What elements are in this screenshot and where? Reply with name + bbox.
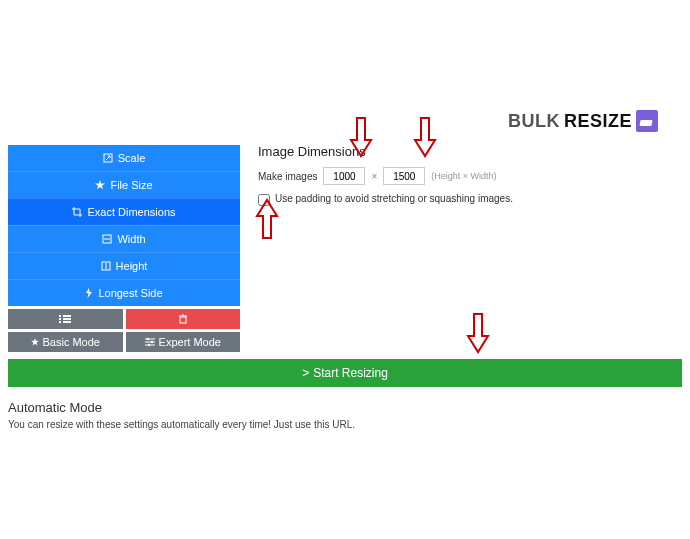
padding-row: Use padding to avoid stretching or squas… bbox=[258, 193, 680, 206]
svg-rect-5 bbox=[59, 318, 61, 320]
svg-point-10 bbox=[146, 338, 148, 340]
chevron-right-icon: > bbox=[302, 366, 309, 380]
trash-icon bbox=[178, 314, 188, 324]
padding-checkbox[interactable] bbox=[258, 194, 270, 206]
star-icon bbox=[31, 338, 39, 346]
logo-text-bulk: BULK bbox=[508, 111, 560, 132]
automatic-mode-title: Automatic Mode bbox=[8, 400, 355, 415]
sidebar-item-height[interactable]: Height bbox=[8, 252, 240, 279]
start-resizing-button[interactable]: > Start Resizing bbox=[8, 359, 682, 387]
automatic-mode-text: You can resize with these settings autom… bbox=[8, 419, 355, 430]
padding-label: Use padding to avoid stretching or squas… bbox=[275, 193, 513, 204]
width-input[interactable] bbox=[383, 167, 425, 185]
expert-mode-button[interactable]: Expert Mode bbox=[126, 332, 241, 352]
sliders-icon bbox=[145, 338, 155, 346]
height-icon bbox=[101, 261, 111, 271]
logo-badge-icon bbox=[636, 110, 658, 132]
sidebar-item-exact-dimensions[interactable]: Exact Dimensions bbox=[8, 198, 240, 225]
make-images-label: Make images bbox=[258, 171, 317, 182]
resize-mode-menu: Scale File Size Exact Dimensions Width H bbox=[8, 145, 240, 306]
sidebar-item-longest-side[interactable]: Longest Side bbox=[8, 279, 240, 306]
expert-mode-label: Expert Mode bbox=[159, 336, 221, 348]
sidebar-item-scale[interactable]: Scale bbox=[8, 145, 240, 171]
crop-icon bbox=[72, 207, 82, 217]
dimensions-title: Image Dimensions bbox=[258, 144, 680, 159]
bolt-icon bbox=[85, 288, 93, 298]
svg-rect-4 bbox=[63, 315, 71, 317]
basic-mode-label: Basic Mode bbox=[43, 336, 100, 348]
sidebar-item-label: File Size bbox=[110, 179, 152, 191]
dimensions-row: Make images × (Height × Width) bbox=[258, 167, 680, 185]
dimensions-hint: (Height × Width) bbox=[431, 171, 496, 181]
dimensions-panel: Image Dimensions Make images × (Height ×… bbox=[258, 144, 680, 206]
sidebar-item-label: Scale bbox=[118, 152, 146, 164]
list-button[interactable] bbox=[8, 309, 123, 329]
brand-logo: BULK RESIZE bbox=[508, 110, 658, 132]
svg-rect-8 bbox=[63, 321, 71, 323]
sidebar-item-label: Height bbox=[116, 260, 148, 272]
toolbar-row-2: Basic Mode Expert Mode bbox=[8, 332, 240, 352]
list-icon bbox=[59, 315, 71, 323]
start-resizing-label: Start Resizing bbox=[313, 366, 388, 380]
star-icon bbox=[95, 180, 105, 190]
arrow-annotation-icon bbox=[466, 312, 490, 354]
sidebar-item-label: Exact Dimensions bbox=[87, 206, 175, 218]
height-input[interactable] bbox=[323, 167, 365, 185]
resize-icon bbox=[103, 153, 113, 163]
basic-mode-button[interactable]: Basic Mode bbox=[8, 332, 123, 352]
sidebar-item-filesize[interactable]: File Size bbox=[8, 171, 240, 198]
svg-point-11 bbox=[150, 341, 152, 343]
sidebar-item-label: Longest Side bbox=[98, 287, 162, 299]
sidebar: Scale File Size Exact Dimensions Width H bbox=[8, 145, 240, 352]
svg-rect-3 bbox=[59, 315, 61, 317]
delete-button[interactable] bbox=[126, 309, 241, 329]
toolbar-row-1 bbox=[8, 309, 240, 329]
multiply-label: × bbox=[371, 171, 377, 182]
width-icon bbox=[102, 234, 112, 244]
svg-rect-6 bbox=[63, 318, 71, 320]
sidebar-item-label: Width bbox=[117, 233, 145, 245]
logo-text-re: RE bbox=[564, 111, 590, 132]
svg-point-12 bbox=[147, 344, 149, 346]
automatic-mode-section: Automatic Mode You can resize with these… bbox=[8, 400, 355, 430]
svg-rect-7 bbox=[59, 321, 61, 323]
sidebar-item-width[interactable]: Width bbox=[8, 225, 240, 252]
logo-text-size: SIZE bbox=[590, 111, 632, 132]
svg-rect-9 bbox=[180, 317, 186, 323]
